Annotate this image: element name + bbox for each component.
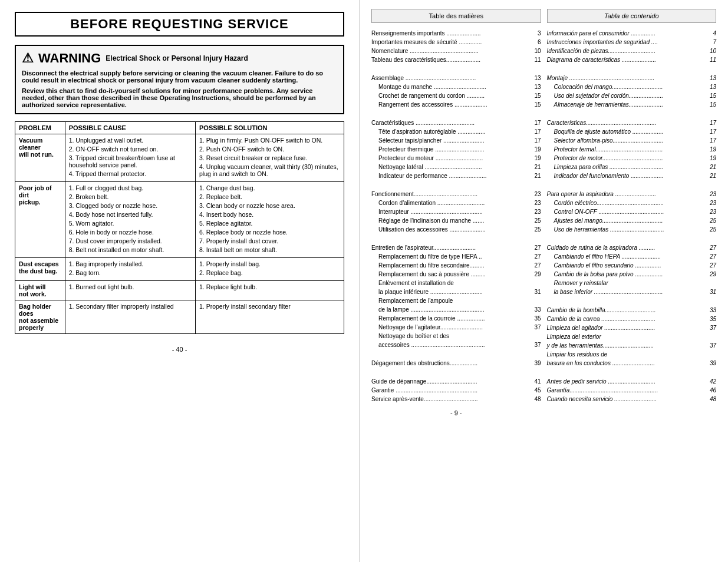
toc-entry-page: 25 (532, 216, 541, 225)
toc-entry-page: 17 (532, 118, 541, 127)
toc-entry: Enlèvement et installation de (371, 279, 541, 287)
toc-entry-text: Service après-vente.....................… (371, 395, 478, 404)
toc-entry-page: 42 (707, 377, 716, 386)
toc-entry: Cordón eléctrico........................… (547, 199, 717, 207)
table-row: Bag holder does not assemble properly1. … (15, 300, 344, 334)
toc-entry-page (532, 279, 541, 287)
toc-section: Montaje ................................… (547, 74, 717, 109)
toc-entry: Cambio de la correa ....................… (547, 315, 717, 323)
toc-entry: Limpieza del exterior (547, 332, 717, 341)
toc-entry-page: 27 (532, 243, 541, 252)
toc-entry: Antes de pedir servicio ................… (547, 377, 717, 386)
toc-entry: Remplacement du filtre secondaire.......… (371, 261, 541, 270)
toc-entry-text: Nettoyage du boîtier et des (378, 332, 449, 340)
toc-entry: Remplacement de l'ampoule (371, 296, 541, 305)
toc-entry-text: Tableau des caractéristiques............… (371, 55, 480, 64)
toc-entry: Información para el consumidor .........… (547, 29, 717, 38)
toc-entry: Remplacement du filtre de type HEPA ..27 (371, 252, 541, 261)
toc-entry: Indicador del funcionamiento ...........… (547, 171, 717, 180)
solution-cell: 1. Change dust bag.2. Replace belt.3. Cl… (196, 182, 344, 258)
toc-entry-text: Protector termal........................… (554, 145, 663, 154)
toc-entry: Protector termal........................… (547, 145, 717, 154)
toc-entry: Almacenaje de herramientas..............… (547, 100, 717, 109)
toc-entry-page: 11 (532, 55, 541, 64)
toc-entry-text: Identificación de piezas................… (547, 47, 656, 55)
toc-section: Entretien de l'aspirateur...............… (371, 243, 541, 349)
toc-entry-text: Tête d'aspiration autoréglable .........… (378, 127, 485, 136)
toc-entry: Nomenclature ...........................… (371, 47, 541, 55)
table-row: Dust escapes the dust bag.1. Bag imprope… (15, 258, 344, 281)
toc-entry-text: Ajustes del mango.......................… (554, 216, 663, 225)
toc-entry-text: Limpiar los residuos de (547, 350, 608, 359)
toc-entry: Crochet de rangement du cordon .........… (371, 91, 541, 100)
toc-entry-page: 35 (707, 315, 716, 323)
toc-entry-page: 15 (707, 100, 716, 109)
toc-entry-text: Protector de motor......................… (554, 154, 663, 163)
col-solution: POSSIBLE SOLUTION (196, 122, 344, 134)
toc-entry-page: 23 (707, 199, 716, 207)
toc-entry: Caractéristiques .......................… (371, 118, 541, 127)
toc-entry-text: Uso del sujetador del cordón............… (554, 91, 664, 100)
solution-cell: 1. Properly install secondary filter (196, 300, 344, 334)
toc-entry-page: 37 (707, 323, 716, 332)
toc-entry: Control ON-OFF .........................… (547, 207, 717, 216)
toc-entry: Diagrama de características ............… (547, 55, 717, 64)
toc-entry: Garantie ...............................… (371, 386, 541, 395)
toc-entry: Colocación del mango....................… (547, 82, 717, 91)
toc-entry-text: Diagrama de características ............… (547, 55, 657, 64)
cause-cell: 1. Secondary filter improperly installed (65, 300, 195, 334)
toc-entry-page: 27 (532, 261, 541, 270)
toc-spanish: Tabla de contenido Información para el c… (547, 9, 717, 553)
toc-entry-text: Colocación del mango....................… (554, 82, 663, 91)
toc-entry-text: Dégagement des obstructions.............… (371, 359, 477, 368)
toc-entry: Indicateur de performance ..............… (371, 171, 541, 180)
toc-entry-text: Cambio de la bolsa para polvo ..........… (554, 270, 663, 279)
toc-entry-page: 23 (707, 190, 716, 199)
toc-entry-text: Control ON-OFF .........................… (554, 207, 664, 216)
toc-entry: Protector de motor......................… (547, 154, 717, 163)
warning-title-row: ⚠ WARNING Electrical Shock or Personal I… (22, 51, 337, 66)
warning-subtitle: Electrical Shock or Personal Injury Haza… (106, 54, 248, 62)
solution-cell: 1. Plug in firmly. Push ON-OFF switch to… (196, 134, 344, 182)
toc-section: Caractéristiques .......................… (371, 118, 541, 180)
solution-cell: 1. Replace light bulb. (196, 281, 344, 300)
problem-cell: Bag holder does not assemble properly (15, 300, 65, 334)
toc-entry: Réglage de l'inclinaison du manche .....… (371, 216, 541, 225)
toc-entry: Cambio de la bombilla...................… (547, 306, 717, 315)
toc-entry: Renseignements importants ..............… (371, 29, 541, 38)
toc-entry: Para operar la aspiradora ..............… (547, 190, 717, 199)
toc-entry-text: Boquilla de ajuste automático ..........… (554, 127, 664, 136)
toc-entry-page (707, 279, 716, 287)
toc-entry-text: Rangement des accessoires ..............… (378, 100, 487, 109)
toc-entry-text: Montage du manche ......................… (378, 82, 486, 91)
toc-section: Información para el consumidor .........… (547, 29, 717, 64)
toc-entry-text: Características.........................… (547, 118, 657, 127)
problem-cell: Poor job of dirt pickup. (15, 182, 65, 258)
toc-entry-page: 3 (532, 29, 541, 38)
toc-entry-page: 17 (707, 127, 716, 136)
toc-entry: Montaje ................................… (547, 74, 717, 82)
toc-entry-text: y de las herramientas...................… (547, 341, 654, 350)
toc-section: Características.........................… (547, 118, 717, 180)
toc-entry-text: Remover y reinstalar (554, 279, 608, 287)
toc-entry-text: la plaque inférieure ...................… (378, 287, 483, 296)
toc-section: Para operar la aspiradora ..............… (547, 190, 717, 234)
toc-spanish-content: Información para el consumidor .........… (547, 29, 717, 404)
toc-entry-text: Crochet de rangement du cordon .........… (378, 91, 485, 100)
toc-entry: Protecteur du moteur ...................… (371, 154, 541, 163)
toc-entry-page: 11 (707, 55, 716, 64)
toc-entry: Guide de dépannage......................… (371, 377, 541, 386)
toc-entry-text: Cambiando el filtro secundario .........… (554, 261, 661, 270)
toc-entry: Protecteur thermique ...................… (371, 145, 541, 154)
warning-triangle-icon: ⚠ (22, 51, 34, 66)
page-title: BEFORE REQUESTING SERVICE (15, 12, 344, 37)
toc-entry: Boquilla de ajuste automático ..........… (547, 127, 717, 136)
toc-entry-page: 23 (532, 190, 541, 199)
toc-entry: basura en los conductos ................… (547, 359, 717, 368)
toc-entry-page: 13 (707, 74, 716, 82)
toc-entry-page: 29 (707, 270, 716, 279)
toc-entry: Cambiando el filtro secundario .........… (547, 261, 717, 270)
toc-entry-page: 13 (532, 82, 541, 91)
toc-entry-text: Remplacement du sac à poussière ........… (378, 270, 486, 279)
toc-entry-page: 39 (707, 359, 716, 368)
